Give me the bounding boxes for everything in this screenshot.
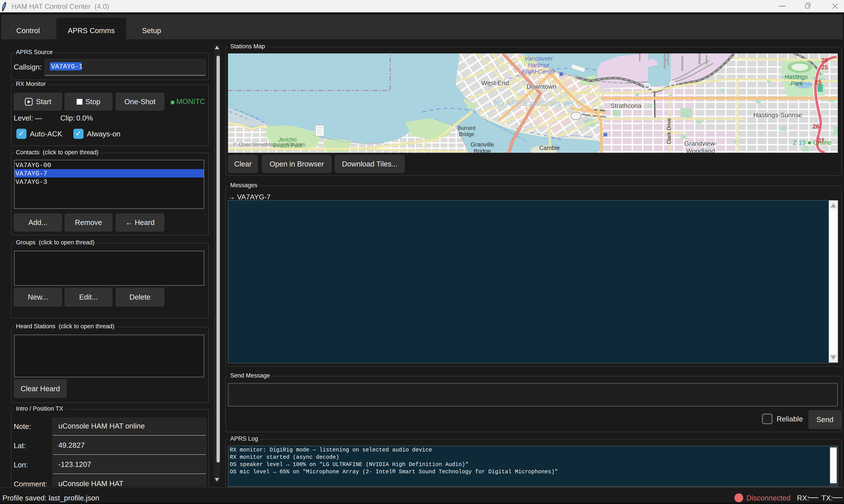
svg-text:Downtown: Downtown [527,83,556,90]
svg-text:Flight Centre: Flight Centre [522,69,556,75]
svg-text:Clark Drive: Clark Drive [666,118,672,144]
svg-text:Granville: Granville [470,141,494,148]
svg-text:Z 13: Z 13 [793,139,806,146]
svg-text:Park: Park [791,80,803,87]
svg-text:Bridge: Bridge [474,148,491,153]
svg-text:25: 25 [821,64,828,71]
svg-text:Woodland: Woodland [686,147,715,153]
svg-text:26: 26 [813,123,819,130]
svg-text:Harbour: Harbour [528,62,550,69]
svg-text:Cambie: Cambie [539,145,559,151]
svg-text:Hastings-Sunrise: Hastings-Sunrise [753,111,802,119]
svg-text:No APRS positions yet: No APRS positions yet [494,99,574,108]
svg-text:Strathcona: Strathcona [610,102,642,109]
svg-text:Grandview-: Grandview- [684,140,717,147]
svg-text:27: 27 [818,137,824,144]
svg-text:Burrard: Burrard [458,125,476,131]
svg-text:Bridge: Bridge [459,131,474,137]
svg-text:Vancouver: Vancouver [524,55,553,62]
svg-text:Hastings: Hastings [785,74,808,80]
svg-text:© OpenStreetMap contributors: © OpenStreetMap contributors [233,141,305,147]
svg-text:25: 25 [815,79,822,86]
svg-text:West End: West End [481,79,509,87]
svg-text:26: 26 [821,57,828,64]
